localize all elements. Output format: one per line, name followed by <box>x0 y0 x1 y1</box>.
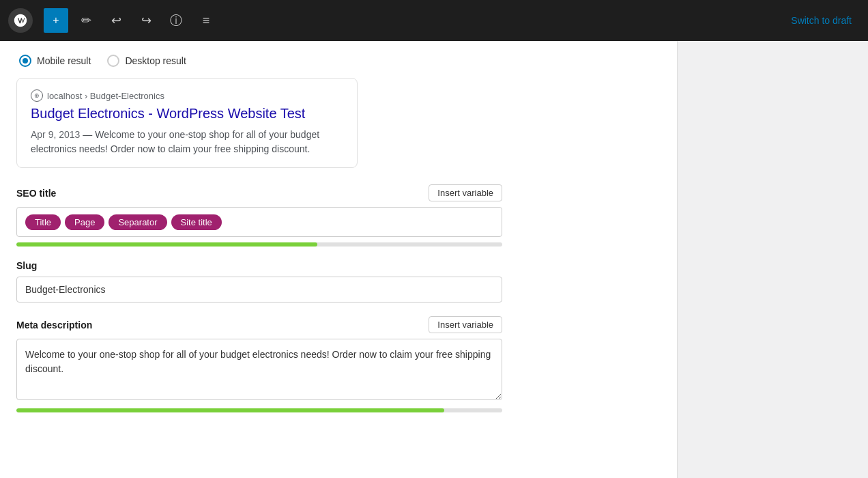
meta-description-section: Meta description Insert variable Welcome… <box>16 316 502 412</box>
seo-title-progress-bar <box>16 242 317 247</box>
slug-header: Slug <box>16 260 502 271</box>
meta-description-progress-bar <box>16 408 444 412</box>
slug-section: Slug <box>16 260 502 303</box>
globe-icon: ⊕ <box>31 89 43 102</box>
seo-title-insert-variable-button[interactable]: Insert variable <box>429 184 502 201</box>
meta-description-insert-variable-button[interactable]: Insert variable <box>429 316 502 333</box>
preview-date: Apr 9, 2013 <box>31 129 80 140</box>
preview-description: Apr 9, 2013 — Welcome to your one-stop s… <box>31 128 343 156</box>
meta-description-textarea[interactable]: Welcome to your one-stop shop for all of… <box>16 339 502 400</box>
em-dash: — <box>83 129 95 140</box>
undo-button[interactable]: ↩ <box>104 8 128 33</box>
meta-description-header: Meta description Insert variable <box>16 316 502 333</box>
sidebar <box>677 41 868 478</box>
google-preview-card: ⊕ localhost › Budget-Electronics Budget … <box>16 78 358 168</box>
seo-tag-separator[interactable]: Separator <box>108 214 167 230</box>
meta-description-progress-bar-container <box>16 408 502 412</box>
seo-tag-title[interactable]: Title <box>25 214 61 230</box>
seo-title-section: SEO title Insert variable Title Page Sep… <box>16 184 502 247</box>
main-content: Mobile result Desktop result ⊕ localhost… <box>0 41 868 478</box>
mobile-radio[interactable] <box>19 55 31 67</box>
preview-title[interactable]: Budget Electronics - WordPress Website T… <box>31 104 343 122</box>
mobile-result-option[interactable]: Mobile result <box>19 55 91 67</box>
slug-input[interactable] <box>16 277 502 303</box>
add-button[interactable]: + <box>44 8 68 33</box>
slug-label: Slug <box>16 260 37 271</box>
desktop-result-option[interactable]: Desktop result <box>107 55 186 67</box>
desktop-label: Desktop result <box>125 55 186 66</box>
seo-title-header: SEO title Insert variable <box>16 184 502 201</box>
seo-title-field[interactable]: Title Page Separator Site title <box>16 207 502 237</box>
seo-title-label: SEO title <box>16 188 56 199</box>
preview-options: Mobile result Desktop result <box>16 55 502 67</box>
meta-description-label: Meta description <box>16 320 92 331</box>
edit-button[interactable]: ✏ <box>74 8 98 33</box>
breadcrumb-text: localhost › Budget-Electronics <box>47 91 164 101</box>
seo-tag-site-title[interactable]: Site title <box>171 214 222 230</box>
switch-to-draft-button[interactable]: Switch to draft <box>783 10 860 31</box>
wp-logo <box>8 8 33 33</box>
preview-breadcrumb: ⊕ localhost › Budget-Electronics <box>31 89 343 102</box>
editor-area: Mobile result Desktop result ⊕ localhost… <box>0 41 677 478</box>
info-button[interactable]: ⓘ <box>164 8 188 33</box>
redo-button[interactable]: ↪ <box>134 8 158 33</box>
seo-panel: Mobile result Desktop result ⊕ localhost… <box>0 41 519 440</box>
list-button[interactable]: ≡ <box>194 8 218 33</box>
desktop-radio[interactable] <box>107 55 119 67</box>
mobile-label: Mobile result <box>37 55 91 66</box>
toolbar: + ✏ ↩ ↪ ⓘ ≡ Switch to draft <box>0 0 868 41</box>
seo-tag-page[interactable]: Page <box>65 214 104 230</box>
seo-title-progress-bar-container <box>16 242 502 247</box>
